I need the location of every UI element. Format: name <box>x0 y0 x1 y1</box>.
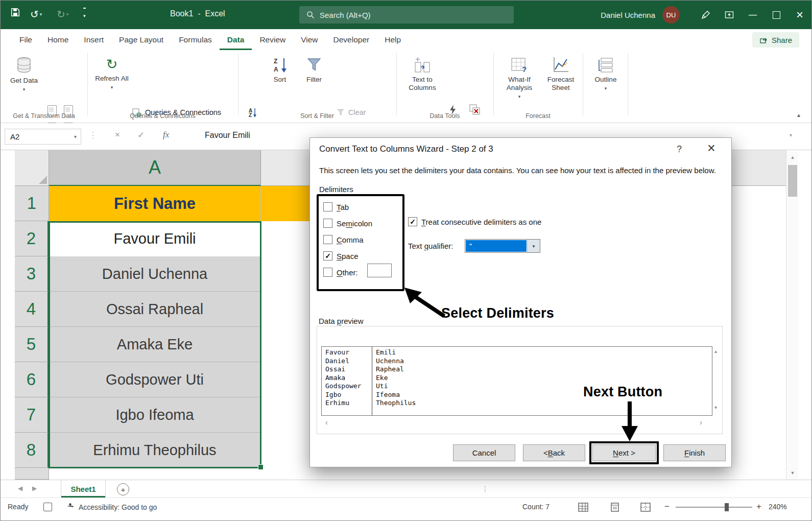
column-header-a[interactable]: A <box>49 150 261 186</box>
checkbox-other[interactable]: ✓ Other: <box>323 268 358 277</box>
row-header-6[interactable]: 6 <box>15 362 49 397</box>
tab-review[interactable]: Review <box>252 29 293 50</box>
text-to-columns-button[interactable]: Text to Columns <box>403 53 442 109</box>
get-data-button[interactable]: Get Data ▾ <box>5 53 43 109</box>
space-checkbox[interactable]: ✓ <box>323 251 332 260</box>
vertical-scrollbar[interactable]: ▲ ▼ <box>786 152 798 480</box>
checkbox-semicolon[interactable]: ✓ Semicolon <box>323 219 372 228</box>
back-button[interactable]: < Back <box>523 444 585 461</box>
other-delimiter-input[interactable] <box>367 264 392 277</box>
page-break-view-button[interactable] <box>639 502 652 513</box>
tab-data[interactable]: Data <box>220 29 252 50</box>
zoom-slider[interactable] <box>676 507 752 508</box>
minimize-button[interactable]: — <box>741 1 765 29</box>
next-sheet-button[interactable]: ▶ <box>32 485 37 492</box>
confirm-entry-button[interactable]: ✓ <box>137 130 145 140</box>
grid-row[interactable] <box>49 468 787 480</box>
cell-a8[interactable]: Erhimu Theophilus <box>49 433 261 468</box>
cell-a1[interactable]: First Name <box>49 186 261 221</box>
maximize-button[interactable] <box>765 1 788 29</box>
scroll-down-button[interactable]: ▼ <box>786 467 799 479</box>
tab-file[interactable]: File <box>12 29 40 50</box>
preview-scroll-left-button[interactable]: ‹ <box>325 418 328 427</box>
cell-a7[interactable]: Igbo Ifeoma <box>49 397 261 433</box>
tab-developer[interactable]: Developer <box>326 29 377 50</box>
dialog-help-button[interactable]: ? <box>677 144 682 155</box>
text-qualifier-dropdown-button[interactable]: ▾ <box>527 240 540 252</box>
undo-button[interactable]: ↺▾ <box>30 8 42 21</box>
customize-qat-button[interactable]: ▾ <box>83 8 86 22</box>
row-header-2[interactable]: 2 <box>15 221 49 256</box>
scroll-up-button[interactable]: ▲ <box>786 152 799 163</box>
user-avatar[interactable]: DU <box>662 6 680 23</box>
cell-a4[interactable]: Ossai Rapheal <box>49 292 261 327</box>
zoom-level[interactable]: 240% <box>769 503 787 511</box>
dialog-close-button[interactable]: × <box>707 140 715 156</box>
accessibility-status[interactable]: Accessibility: Good to go <box>66 503 157 511</box>
preview-column-divider[interactable] <box>372 347 372 415</box>
row-header-4[interactable]: 4 <box>15 292 49 327</box>
tab-checkbox[interactable]: ✓ <box>323 202 332 211</box>
row-header-3[interactable]: 3 <box>15 256 49 292</box>
what-if-analysis-button[interactable]: ? What-If Analysis ▾ <box>501 53 538 109</box>
vertical-scroll-thumb[interactable] <box>788 165 797 197</box>
semicolon-checkbox[interactable]: ✓ <box>323 219 332 228</box>
cell-a6[interactable]: Godspower Uti <box>49 362 261 397</box>
record-macro-button[interactable] <box>43 503 52 511</box>
row-header-8[interactable]: 8 <box>15 433 49 468</box>
preview-scroll-down-button[interactable]: ▾ <box>714 405 717 410</box>
refresh-all-button[interactable]: ↻ Refresh All ▾ <box>95 53 129 109</box>
formula-bar-value[interactable]: Favour Emili <box>205 131 250 140</box>
new-sheet-button[interactable]: + <box>117 483 129 495</box>
expand-formula-bar-button[interactable]: ▾ <box>790 132 792 138</box>
tab-page-layout[interactable]: Page Layout <box>111 29 171 50</box>
outline-button[interactable]: Outline ▾ <box>590 53 622 109</box>
other-checkbox[interactable]: ✓ <box>323 268 332 277</box>
ribbon-display-options-button[interactable] <box>718 1 741 29</box>
collapse-ribbon-button[interactable]: ▴ <box>797 111 800 119</box>
cancel-entry-button[interactable]: × <box>115 130 120 140</box>
name-box[interactable]: A2 ▾ <box>5 129 81 145</box>
tab-home[interactable]: Home <box>40 29 76 50</box>
comma-checkbox[interactable]: ✓ <box>323 235 332 244</box>
share-button[interactable]: Share <box>752 32 799 48</box>
zoom-out-button[interactable]: − <box>664 502 670 512</box>
page-layout-view-button[interactable] <box>608 502 622 513</box>
zoom-in-button[interactable]: + <box>756 502 761 512</box>
close-button[interactable]: × <box>788 1 811 29</box>
finish-button[interactable]: Finish <box>663 444 726 461</box>
tab-help[interactable]: Help <box>377 29 409 50</box>
treat-consecutive-row[interactable]: ✓ Treat consecutive delimiters as one <box>408 217 541 226</box>
zoom-slider-thumb[interactable] <box>725 503 729 511</box>
normal-view-button[interactable] <box>577 502 590 513</box>
sort-button[interactable]: ZA Sort <box>265 53 295 109</box>
coming-soon-button[interactable] <box>694 1 718 29</box>
search-box[interactable]: Search (Alt+Q) <box>299 6 514 23</box>
filter-button[interactable]: Filter <box>300 53 328 109</box>
cell-a5[interactable]: Amaka Eke <box>49 327 261 362</box>
text-qualifier-combobox[interactable]: " ▾ <box>465 239 540 253</box>
preview-scroll-right-button[interactable]: › <box>700 418 702 427</box>
tab-insert[interactable]: Insert <box>76 29 111 50</box>
cell-a2-active[interactable]: Favour Emili <box>49 221 261 256</box>
row-header-7[interactable]: 7 <box>15 397 49 433</box>
cell-a3[interactable]: Daniel Uchenna <box>49 256 261 292</box>
forecast-sheet-button[interactable]: Forecast Sheet <box>543 53 579 109</box>
row-header-5[interactable]: 5 <box>15 327 49 362</box>
insert-function-button[interactable]: fx <box>163 130 169 140</box>
select-all-corner[interactable] <box>15 150 49 186</box>
row-header-1[interactable]: 1 <box>15 186 49 221</box>
prev-sheet-button[interactable]: ◀ <box>18 485 22 492</box>
checkbox-comma[interactable]: ✓ Comma <box>323 235 364 244</box>
checkbox-tab[interactable]: ✓ Tab <box>323 202 349 211</box>
fill-handle[interactable] <box>258 464 264 470</box>
preview-scroll-up-button[interactable]: ▴ <box>714 348 717 354</box>
sheet-tab-sheet1[interactable]: Sheet1 <box>61 480 106 498</box>
cancel-button[interactable]: Cancel <box>453 444 515 461</box>
checkbox-space[interactable]: ✓ Space <box>323 251 359 260</box>
tab-formulas[interactable]: Formulas <box>171 29 220 50</box>
row-header-9[interactable] <box>15 468 49 480</box>
save-button[interactable] <box>11 8 20 17</box>
treat-consecutive-checkbox[interactable]: ✓ <box>408 217 417 226</box>
redo-button[interactable]: ↻▾ <box>57 8 68 21</box>
